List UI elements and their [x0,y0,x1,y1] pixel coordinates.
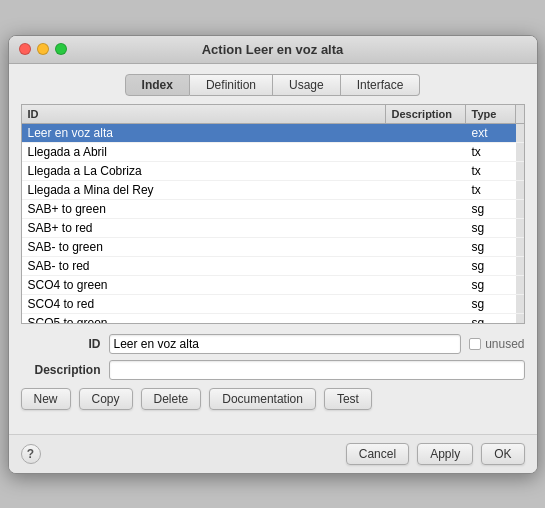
cell-type: sg [466,276,516,294]
table-row[interactable]: SCO4 to red sg [22,295,524,314]
tab-definition[interactable]: Definition [190,74,273,96]
delete-button[interactable]: Delete [141,388,202,410]
cell-scrollbar [516,257,525,275]
close-button[interactable] [19,43,31,55]
cell-scrollbar [516,143,525,161]
description-input[interactable] [109,360,525,380]
cell-description [386,314,466,324]
table-row[interactable]: SAB- to green sg [22,238,524,257]
table-row[interactable]: SCO4 to green sg [22,276,524,295]
cell-description [386,162,466,180]
action-buttons: New Copy Delete Documentation Test [21,388,525,410]
tab-interface[interactable]: Interface [341,74,421,96]
cell-scrollbar [516,219,525,237]
tab-bar: Index Definition Usage Interface [21,74,525,96]
cell-description [386,219,466,237]
col-header-type: Type [466,105,516,123]
cell-scrollbar [516,200,525,218]
bottom-buttons: Cancel Apply OK [346,443,525,465]
table-row[interactable]: SCO5 to green sg [22,314,524,324]
cell-id: SAB- to red [22,257,386,275]
tab-index[interactable]: Index [125,74,190,96]
table-row[interactable]: SAB+ to red sg [22,219,524,238]
table-row[interactable]: Llegada a La Cobriza tx [22,162,524,181]
maximize-button[interactable] [55,43,67,55]
copy-button[interactable]: Copy [79,388,133,410]
table-row[interactable]: SAB+ to green sg [22,200,524,219]
window: Action Leer en voz alta Index Definition… [8,35,538,474]
cell-id: SAB- to green [22,238,386,256]
cell-scrollbar [516,314,525,324]
new-button[interactable]: New [21,388,71,410]
cell-type: tx [466,143,516,161]
cell-id: Llegada a La Cobriza [22,162,386,180]
cell-type: sg [466,219,516,237]
cell-id: SAB+ to red [22,219,386,237]
minimize-button[interactable] [37,43,49,55]
titlebar: Action Leer en voz alta [9,36,537,64]
unused-label-text: unused [485,337,524,351]
id-form-row: ID unused [21,334,525,354]
col-header-description: Description [386,105,466,123]
bottom-bar: ? Cancel Apply OK [9,434,537,473]
cell-type: ext [466,124,516,142]
documentation-button[interactable]: Documentation [209,388,316,410]
cell-description [386,238,466,256]
apply-button[interactable]: Apply [417,443,473,465]
test-button[interactable]: Test [324,388,372,410]
cell-id: Llegada a Abril [22,143,386,161]
description-label: Description [21,363,101,377]
cell-description [386,200,466,218]
cell-scrollbar [516,162,525,180]
window-title: Action Leer en voz alta [202,42,344,57]
cell-id: Llegada a Mina del Rey [22,181,386,199]
cell-scrollbar [516,238,525,256]
cancel-button[interactable]: Cancel [346,443,409,465]
tab-usage[interactable]: Usage [273,74,341,96]
cell-id: SAB+ to green [22,200,386,218]
traffic-lights [19,43,67,55]
help-button[interactable]: ? [21,444,41,464]
cell-description [386,124,466,142]
cell-scrollbar [516,181,525,199]
table-row[interactable]: SAB- to red sg [22,257,524,276]
col-header-id: ID [22,105,386,123]
cell-type: sg [466,295,516,313]
table-header: ID Description Type [22,105,524,124]
id-input[interactable] [109,334,462,354]
table-body: Leer en voz alta ext Llegada a Abril tx … [22,124,524,324]
description-form-row: Description [21,360,525,380]
cell-type: tx [466,181,516,199]
cell-id: SCO5 to green [22,314,386,324]
cell-description [386,257,466,275]
cell-description [386,276,466,294]
scrollbar-header [516,105,525,123]
cell-id: SCO4 to red [22,295,386,313]
cell-description [386,143,466,161]
cell-scrollbar [516,276,525,294]
unused-checkbox[interactable] [469,338,481,350]
table-row[interactable]: Llegada a Mina del Rey tx [22,181,524,200]
table-row[interactable]: Llegada a Abril tx [22,143,524,162]
content-area: Index Definition Usage Interface ID Desc… [9,64,537,434]
cell-type: sg [466,200,516,218]
table-row[interactable]: Leer en voz alta ext [22,124,524,143]
cell-type: tx [466,162,516,180]
cell-type: sg [466,314,516,324]
id-label: ID [21,337,101,351]
cell-id: Leer en voz alta [22,124,386,142]
cell-id: SCO4 to green [22,276,386,294]
cell-scrollbar [516,295,525,313]
cell-description [386,181,466,199]
cell-scrollbar [516,124,525,142]
cell-type: sg [466,257,516,275]
cell-description [386,295,466,313]
data-table: ID Description Type Leer en voz alta ext… [21,104,525,324]
ok-button[interactable]: OK [481,443,524,465]
unused-checkbox-row: unused [469,337,524,351]
cell-type: sg [466,238,516,256]
